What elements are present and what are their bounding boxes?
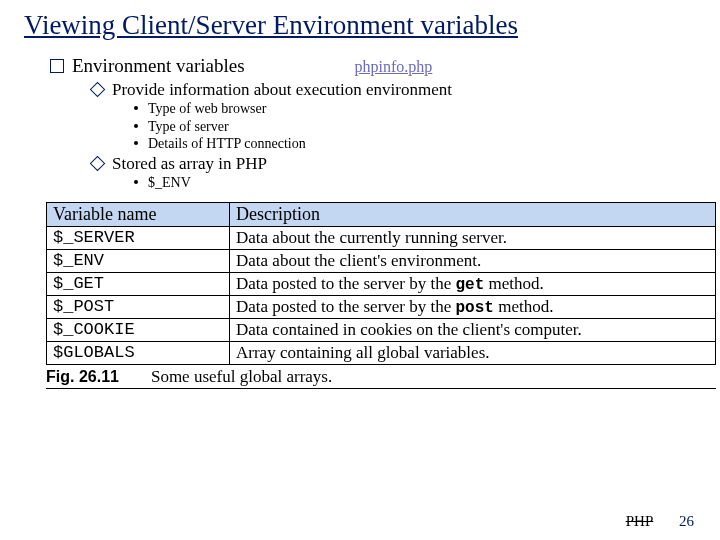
square-icon — [50, 59, 64, 73]
variables-table: Variable name Description $_SERVERData a… — [46, 202, 716, 365]
table-row: $_GETData posted to the server by the ge… — [47, 272, 716, 295]
figure-caption: Fig. 26.11Some useful global arrays. — [46, 367, 716, 389]
cell-desc: Data posted to the server by the get met… — [230, 272, 716, 295]
cell-varname: $_SERVER — [47, 226, 230, 249]
sub-text: Stored as array in PHP — [112, 154, 267, 173]
sub-stored-array: Stored as array in PHP — [92, 153, 696, 174]
cell-desc: Data about the client's environment. — [230, 249, 716, 272]
th-varname: Variable name — [47, 202, 230, 226]
link-phpinfo[interactable]: phpinfo.php — [355, 58, 433, 76]
table-row: $_ENVData about the client's environment… — [47, 249, 716, 272]
item-text: Details of HTTP connection — [148, 136, 306, 151]
table-row: $_SERVERData about the currently running… — [47, 226, 716, 249]
caption-text: Some useful global arrays. — [151, 367, 332, 386]
sub-text: Provide information about execution envi… — [112, 80, 452, 99]
diamond-icon — [90, 155, 106, 171]
footer-label: PHP — [626, 513, 654, 529]
diamond-icon — [90, 82, 106, 98]
page-number: 26 — [679, 513, 694, 529]
item-text: $_ENV — [148, 175, 191, 190]
bullet-env-vars: Environment variables — [50, 55, 245, 77]
cell-varname: $_ENV — [47, 249, 230, 272]
cell-varname: $GLOBALS — [47, 341, 230, 364]
table-row: $GLOBALSArray containing all global vari… — [47, 341, 716, 364]
cell-varname: $_POST — [47, 295, 230, 318]
table-header: Variable name Description — [47, 202, 716, 226]
cell-varname: $_GET — [47, 272, 230, 295]
dot-icon — [134, 124, 138, 128]
footer: PHP 26 — [626, 513, 694, 530]
table-row: $_POSTData posted to the server by the p… — [47, 295, 716, 318]
item-http: Details of HTTP connection — [134, 135, 696, 153]
cell-varname: $_COOKIE — [47, 318, 230, 341]
dot-icon — [134, 141, 138, 145]
bullet-text: Environment variables — [72, 55, 245, 76]
caption-label: Fig. 26.11 — [46, 368, 119, 385]
cell-desc: Data posted to the server by the post me… — [230, 295, 716, 318]
item-text: Type of web browser — [148, 101, 266, 116]
item-text: Type of server — [148, 119, 229, 134]
cell-desc: Data contained in cookies on the client'… — [230, 318, 716, 341]
item-browser: Type of web browser — [134, 100, 696, 118]
item-env: $_ENV — [134, 174, 696, 192]
sub-provide-info: Provide information about execution envi… — [92, 79, 696, 100]
page-title: Viewing Client/Server Environment variab… — [24, 10, 696, 41]
table-row: $_COOKIEData contained in cookies on the… — [47, 318, 716, 341]
dot-icon — [134, 180, 138, 184]
cell-desc: Array containing all global variables. — [230, 341, 716, 364]
item-server: Type of server — [134, 118, 696, 136]
th-desc: Description — [230, 202, 716, 226]
cell-desc: Data about the currently running server. — [230, 226, 716, 249]
dot-icon — [134, 106, 138, 110]
